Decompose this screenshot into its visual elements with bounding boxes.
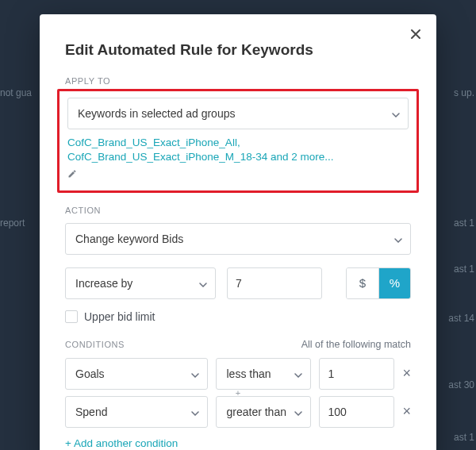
condition-attr-select[interactable]: Spend (65, 396, 208, 428)
action-select[interactable]: Change keyword Bids (65, 223, 411, 255)
remove-icon: × (402, 403, 411, 419)
unit-toggle: $ % (346, 267, 411, 299)
close-icon (409, 25, 422, 44)
apply-to-label: APPLY TO (65, 76, 411, 86)
condition-op-select[interactable]: less than (216, 358, 311, 390)
action-label: ACTION (65, 206, 411, 215)
condition-op-value: less than (226, 367, 271, 380)
apply-to-selection-link[interactable]: CofC_Brand_US_Exact_iPhone_All, CofC_Bra… (67, 136, 409, 164)
chevron-down-icon (392, 107, 400, 120)
remove-icon: × (402, 365, 411, 381)
chevron-down-icon (191, 406, 199, 418)
add-condition-link[interactable]: + Add another condition (65, 437, 178, 449)
condition-value-input[interactable] (319, 396, 394, 428)
condition-attr-value: Goals (75, 367, 105, 380)
apply-to-selection[interactable]: CofC_Brand_US_Exact_iPhone_All, CofC_Bra… (67, 136, 409, 183)
action-mode-select[interactable]: Increase by (65, 267, 216, 299)
condition-value-input[interactable] (319, 358, 394, 390)
upper-bid-limit-label: Upper bid limit (84, 310, 155, 323)
unit-dollar-button[interactable]: $ (347, 268, 378, 298)
chevron-down-icon (191, 367, 199, 380)
action-mode-value: Increase by (75, 277, 132, 290)
modal-title: Edit Automated Rule for Keywords (65, 41, 411, 59)
action-amount-row: Increase by $ % (65, 267, 411, 299)
condition-row: Goals less than × (65, 358, 411, 390)
apply-to-select[interactable]: Keywords in selected ad groups (67, 98, 409, 129)
condition-op-select[interactable]: greater than (216, 396, 311, 428)
condition-attr-value: Spend (75, 406, 107, 418)
action-value: Change keyword Bids (75, 233, 183, 245)
condition-remove-button[interactable]: × (402, 365, 411, 382)
apply-to-value: Keywords in selected ad groups (78, 107, 235, 120)
conditions-label: CONDITIONS (65, 340, 125, 349)
chevron-down-icon (294, 367, 302, 380)
condition-remove-button[interactable]: × (402, 403, 411, 420)
pencil-icon[interactable] (67, 169, 77, 182)
condition-attr-select[interactable]: Goals (65, 358, 208, 390)
chevron-down-icon (294, 406, 302, 418)
condition-row: Spend greater than × (65, 396, 411, 428)
unit-percent-button[interactable]: % (378, 268, 410, 298)
chevron-down-icon (394, 233, 402, 245)
conditions-hint: All of the following match (301, 339, 411, 350)
condition-op-value: greater than (226, 406, 286, 418)
upper-bid-limit-row[interactable]: Upper bid limit (65, 310, 411, 323)
apply-to-highlight: Keywords in selected ad groups CofC_Bran… (57, 89, 419, 193)
upper-bid-limit-checkbox[interactable] (65, 310, 78, 323)
action-amount-input[interactable] (227, 267, 322, 299)
close-button[interactable] (406, 25, 425, 44)
chevron-down-icon (199, 277, 207, 290)
edit-rule-modal: Edit Automated Rule for Keywords APPLY T… (40, 14, 436, 450)
